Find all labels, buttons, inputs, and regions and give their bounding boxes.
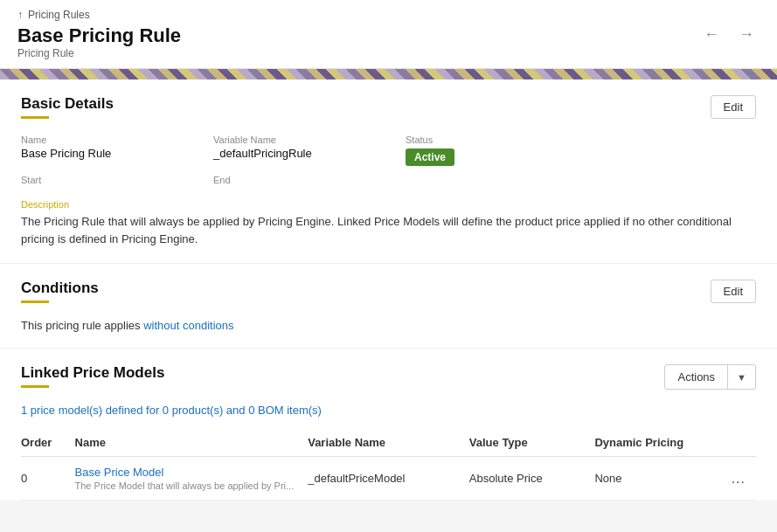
variable-name-value: _defaultPricingRule xyxy=(213,147,371,160)
col-header-order: Order xyxy=(21,429,75,457)
basic-details-title: Basic Details xyxy=(21,95,114,113)
linked-price-models-underline xyxy=(21,385,49,388)
basic-details-header: Basic Details Edit xyxy=(21,95,756,131)
col-header-dynamic-pricing: Dynamic Pricing xyxy=(594,429,720,457)
description-label: Description xyxy=(21,199,756,210)
name-label: Name xyxy=(21,135,178,145)
status-label: Status xyxy=(406,135,454,145)
page-title: Base Pricing Rule xyxy=(17,24,181,47)
actions-button[interactable]: Actions ▼ xyxy=(664,364,756,390)
col-header-variable-name: Variable Name xyxy=(308,429,469,457)
description-container: Description The Pricing Rule that will a… xyxy=(21,199,756,247)
conditions-prefix: This pricing rule applies xyxy=(21,319,143,332)
nav-back-button[interactable]: ← xyxy=(698,24,725,45)
conditions-section: Conditions Edit This pricing rule applie… xyxy=(0,264,777,349)
cell-variable-name: _defaultPriceModel xyxy=(308,457,469,501)
status-badge: Active xyxy=(406,149,454,166)
linked-price-models-section: Linked Price Models Actions ▼ 1 price mo… xyxy=(0,349,777,501)
end-label: End xyxy=(213,175,371,185)
basic-details-underline xyxy=(21,116,49,119)
header-bar: ↑ Pricing Rules Base Pricing Rule Pricin… xyxy=(0,0,777,69)
fields-row-2: Start End xyxy=(21,175,756,187)
basic-details-edit-button[interactable]: Edit xyxy=(711,95,756,119)
main-content: Basic Details Edit Name Base Pricing Rul… xyxy=(0,79,777,501)
conditions-highlight: without conditions xyxy=(143,319,233,332)
description-text: The Pricing Rule that will always be app… xyxy=(21,213,756,247)
start-label: Start xyxy=(21,175,178,185)
actions-caret-icon: ▼ xyxy=(728,367,755,388)
end-field-group: End xyxy=(213,175,371,187)
conditions-title: Conditions xyxy=(21,280,99,297)
conditions-underline xyxy=(21,301,49,303)
conditions-header: Conditions Edit xyxy=(21,280,756,315)
actions-label: Actions xyxy=(665,365,728,389)
conditions-edit-button[interactable]: Edit xyxy=(711,280,756,303)
cell-value-type: Absolute Price xyxy=(469,457,595,501)
col-header-actions xyxy=(720,429,756,457)
variable-name-label: Variable Name xyxy=(213,135,371,145)
cell-row-actions: ... xyxy=(720,457,756,501)
breadcrumb-arrow: ↑ xyxy=(17,9,23,21)
summary-text: 1 price model(s) defined for 0 product(s… xyxy=(21,404,756,417)
cell-order: 0 xyxy=(21,457,75,501)
table-row: 0 Base Price Model The Price Model that … xyxy=(21,457,756,501)
col-header-value-type: Value Type xyxy=(469,429,595,457)
name-value: Base Pricing Rule xyxy=(21,147,178,160)
row-actions-button[interactable]: ... xyxy=(732,471,746,487)
price-model-name-sub: The Price Model that will always be appl… xyxy=(75,480,298,491)
linked-price-models-header: Linked Price Models Actions ▼ xyxy=(21,364,756,400)
linked-price-models-title: Linked Price Models xyxy=(21,364,164,382)
fields-row-1: Name Base Pricing Rule Variable Name _de… xyxy=(21,135,756,166)
decorative-banner xyxy=(0,69,777,79)
col-header-name: Name xyxy=(75,429,309,457)
variable-name-field-group: Variable Name _defaultPricingRule xyxy=(213,135,371,166)
start-field-group: Start xyxy=(21,175,178,187)
basic-details-section: Basic Details Edit Name Base Pricing Rul… xyxy=(0,79,777,264)
name-field-group: Name Base Pricing Rule xyxy=(21,135,178,166)
status-field-group: Status Active xyxy=(406,135,454,166)
breadcrumb: ↑ Pricing Rules xyxy=(17,9,181,21)
header-nav: ← → xyxy=(698,24,760,45)
page-subtitle: Pricing Rule xyxy=(17,47,181,59)
cell-name: Base Price Model The Price Model that wi… xyxy=(75,457,309,501)
price-model-name-link[interactable]: Base Price Model xyxy=(75,466,298,479)
nav-forward-button[interactable]: → xyxy=(733,24,760,45)
price-models-table: Order Name Variable Name Value Type Dyna… xyxy=(21,429,756,501)
cell-dynamic-pricing: None xyxy=(594,457,720,501)
conditions-text: This pricing rule applies without condit… xyxy=(21,319,756,332)
breadcrumb-link[interactable]: Pricing Rules xyxy=(28,9,90,21)
